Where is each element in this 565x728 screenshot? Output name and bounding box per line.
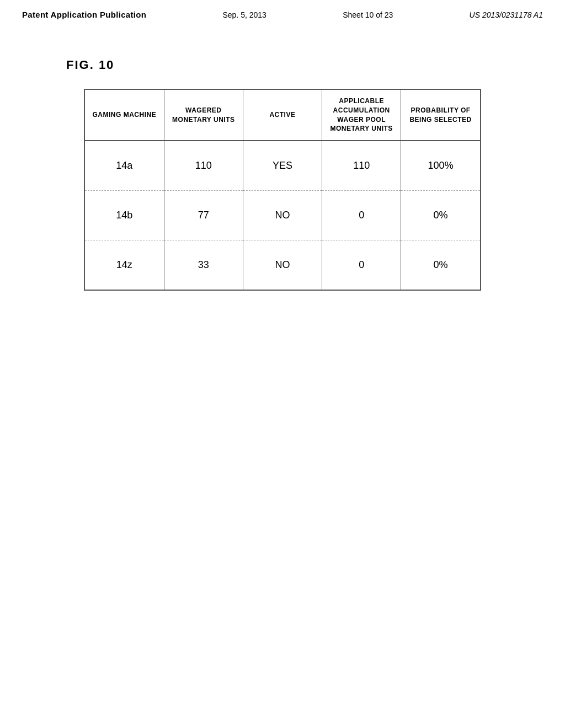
- cell-pool-3: 0: [322, 240, 401, 290]
- col-header-probability: PROBABILITY OF BEING SELECTED: [401, 90, 480, 141]
- col-header-wagered: WAGERED MONETARY UNITS: [164, 90, 243, 141]
- page-header: Patent Application Publication Sep. 5, 2…: [0, 0, 565, 25]
- publication-label: Patent Application Publication: [22, 10, 146, 19]
- publication-date: Sep. 5, 2013: [222, 10, 266, 19]
- table-row: 14a 110 YES 110 100%: [85, 141, 480, 190]
- cell-machine-3: 14z: [85, 240, 164, 290]
- cell-wagered-3: 33: [164, 240, 243, 290]
- cell-probability-1: 100%: [401, 141, 480, 190]
- sheet-info: Sheet 10 of 23: [343, 10, 393, 19]
- cell-pool-1: 110: [322, 141, 401, 190]
- data-table-wrapper: GAMING MACHINE WAGERED MONETARY UNITS AC…: [84, 89, 481, 291]
- cell-wagered-1: 110: [164, 141, 243, 190]
- cell-machine-1: 14a: [85, 141, 164, 190]
- col-header-active: ACTIVE: [243, 90, 322, 141]
- table-row: 14b 77 NO 0 0%: [85, 190, 480, 240]
- table-row: 14z 33 NO 0 0%: [85, 240, 480, 290]
- patent-number: US 2013/0231178 A1: [470, 10, 543, 19]
- cell-active-3: NO: [243, 240, 322, 290]
- cell-probability-2: 0%: [401, 190, 480, 240]
- col-header-machine: GAMING MACHINE: [85, 90, 164, 141]
- cell-active-2: NO: [243, 190, 322, 240]
- cell-wagered-2: 77: [164, 190, 243, 240]
- figure-label: FIG. 10: [66, 58, 114, 72]
- figure-container: FIG. 10 GAMING MACHINE WAGERED MONETARY …: [0, 58, 565, 291]
- cell-probability-3: 0%: [401, 240, 480, 290]
- cell-active-1: YES: [243, 141, 322, 190]
- cell-machine-2: 14b: [85, 190, 164, 240]
- data-table: GAMING MACHINE WAGERED MONETARY UNITS AC…: [85, 90, 480, 290]
- col-header-pool: APPLICABLE ACCUMULATION WAGER POOL MONET…: [322, 90, 401, 141]
- cell-pool-2: 0: [322, 190, 401, 240]
